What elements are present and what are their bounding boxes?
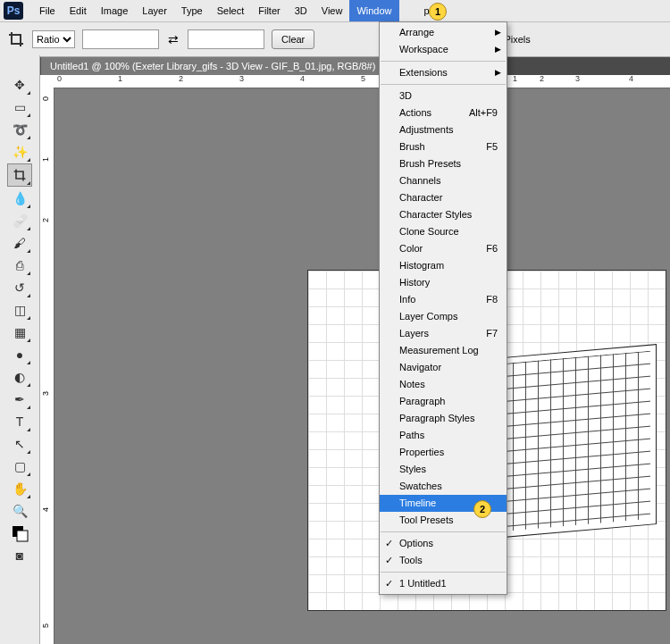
horizontal-ruler: 0 1 2 3 4 5 1 2 3 4 [39, 73, 670, 88]
menu-item-styles[interactable]: Styles [380, 461, 507, 478]
building-illustration [494, 344, 657, 539]
crop-tool-icon[interactable] [7, 30, 25, 48]
dodge-tool[interactable]: ◐ [8, 366, 31, 388]
healing-brush-tool[interactable]: 🩹 [8, 210, 31, 231]
eraser-tool[interactable]: ◫ [8, 299, 31, 321]
menu-item-navigator[interactable]: Navigator [380, 359, 507, 376]
annotation-badge-1: 1 [429, 3, 447, 21]
blur-tool[interactable]: ● [8, 344, 31, 365]
menu-separator [381, 572, 506, 573]
menu-3d[interactable]: 3D [288, 0, 314, 21]
menu-image[interactable]: Image [94, 0, 136, 21]
magic-wand-tool[interactable]: ✨ [8, 141, 31, 163]
check-icon: ✓ [385, 575, 393, 592]
app-logo: Ps [4, 2, 23, 20]
document-tab[interactable]: Untitled1 @ 100% (Exeter Library_gifs - … [41, 57, 385, 75]
hand-tool[interactable]: ✋ [8, 478, 31, 499]
menu-filter[interactable]: Filter [251, 0, 287, 21]
path-selection-tool[interactable]: ↖ [8, 433, 31, 455]
clear-button[interactable]: Clear [272, 29, 314, 49]
marquee-tool[interactable]: ▭ [8, 96, 31, 118]
menu-item-properties[interactable]: Properties [380, 444, 507, 461]
menu-separator [381, 531, 506, 532]
check-icon: ✓ [385, 552, 393, 569]
svg-rect-1 [17, 531, 28, 541]
check-icon: ✓ [385, 535, 393, 552]
menu-item-histogram[interactable]: Histogram [380, 257, 507, 274]
toolbox: ✥ ▭ ➰ ✨ 💧 🩹 🖌 ⎙ ↺ ◫ ▦ ● ◐ ✒ T ↖ ▢ ✋ 🔍 ◙ [0, 55, 40, 644]
crop-height-input[interactable] [188, 29, 264, 49]
menubar: Ps File Edit Image Layer Type Select Fil… [0, 0, 670, 22]
pen-tool[interactable]: ✒ [8, 389, 31, 410]
options-bar: Ratio ⇄ Clear Delete Cropped Pixels [0, 22, 670, 57]
ratio-select[interactable]: Ratio [32, 30, 75, 48]
submenu-arrow-icon: ▶ [495, 24, 501, 41]
swap-dimensions-icon[interactable]: ⇄ [166, 32, 180, 46]
menu-item-adjustments[interactable]: Adjustments [380, 121, 507, 138]
menu-item-3d[interactable]: 3D [380, 88, 507, 105]
menu-view[interactable]: View [314, 0, 350, 21]
menu-item-clone-source[interactable]: Clone Source [380, 223, 507, 240]
menu-item-notes[interactable]: Notes [380, 376, 507, 393]
menu-window[interactable]: Window [349, 0, 398, 21]
menu-item-color[interactable]: ColorF6 [380, 240, 507, 257]
menu-item-workspace[interactable]: Workspace▶ [380, 41, 507, 58]
menu-item-paths[interactable]: Paths [380, 427, 507, 444]
eyedropper-tool[interactable]: 💧 [8, 188, 31, 209]
menu-item-layers[interactable]: LayersF7 [380, 325, 507, 342]
clone-stamp-tool[interactable]: ⎙ [8, 255, 31, 276]
menu-item-measurement-log[interactable]: Measurement Log [380, 342, 507, 359]
menu-item-channels[interactable]: Channels [380, 172, 507, 189]
menu-type[interactable]: Type [174, 0, 210, 21]
menu-item-paragraph-styles[interactable]: Paragraph Styles [380, 410, 507, 427]
canvas-area: 0 1 2 3 4 5 1 2 3 4 0 1 2 3 4 5 [39, 73, 670, 644]
menu-item-brush[interactable]: BrushF5 [380, 138, 507, 155]
zoom-tool[interactable]: 🔍 [8, 500, 31, 522]
move-tool[interactable]: ✥ [8, 74, 31, 96]
menu-separator [381, 84, 506, 85]
menu-separator [381, 61, 506, 62]
menu-item-extensions[interactable]: Extensions▶ [380, 64, 507, 81]
menu-item-arrange[interactable]: Arrange▶ [380, 24, 507, 41]
brush-tool[interactable]: 🖌 [8, 232, 31, 254]
lasso-tool[interactable]: ➰ [8, 119, 31, 140]
crop-tool[interactable] [7, 163, 32, 187]
history-brush-tool[interactable]: ↺ [8, 277, 31, 298]
menu-item-character[interactable]: Character [380, 189, 507, 206]
menu-layer[interactable]: Layer [135, 0, 174, 21]
menu-item-actions[interactable]: ActionsAlt+F9 [380, 105, 507, 121]
foreground-background-colors[interactable] [8, 523, 31, 544]
menu-file[interactable]: File [32, 0, 63, 21]
submenu-arrow-icon: ▶ [495, 41, 501, 58]
shape-tool[interactable]: ▢ [8, 456, 31, 477]
menu-edit[interactable]: Edit [63, 0, 94, 21]
menu-item-brush-presets[interactable]: Brush Presets [380, 155, 507, 172]
menu-item-1-untitled1[interactable]: 1 Untitled1✓ [380, 575, 507, 592]
menu-item-character-styles[interactable]: Character Styles [380, 206, 507, 223]
menu-item-layer-comps[interactable]: Layer Comps [380, 308, 507, 325]
type-tool[interactable]: T [8, 411, 31, 432]
menu-item-info[interactable]: InfoF8 [380, 291, 507, 308]
vertical-ruler: 0 1 2 3 4 5 [39, 88, 54, 644]
menu-item-paragraph[interactable]: Paragraph [380, 393, 507, 410]
annotation-badge-2: 2 [473, 500, 491, 518]
menu-item-tools[interactable]: Tools✓ [380, 552, 507, 569]
gradient-tool[interactable]: ▦ [8, 322, 31, 343]
menu-item-swatches[interactable]: Swatches [380, 478, 507, 495]
menu-select[interactable]: Select [210, 0, 252, 21]
crop-width-input[interactable] [82, 29, 159, 49]
quick-mask-toggle[interactable]: ◙ [8, 545, 31, 566]
submenu-arrow-icon: ▶ [495, 64, 501, 81]
menu-item-history[interactable]: History [380, 274, 507, 291]
document-tab-bar: Untitled1 @ 100% (Exeter Library_gifs - … [0, 57, 670, 75]
menu-item-options[interactable]: Options✓ [380, 535, 507, 552]
